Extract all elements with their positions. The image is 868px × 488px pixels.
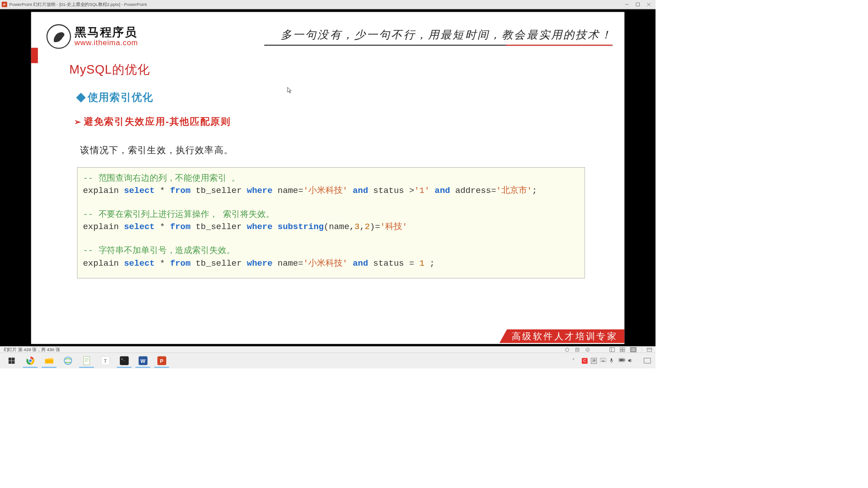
logo-text-cn: 黑马程序员 (75, 26, 138, 38)
view-normal-icon[interactable] (609, 347, 615, 352)
slide-title: MySQL的优化 (69, 61, 150, 78)
status-notes-icon[interactable] (575, 347, 580, 352)
svg-point-28 (601, 359, 601, 359)
svg-rect-12 (623, 347, 625, 349)
folder-icon (44, 357, 54, 365)
red-accent-bar (31, 48, 38, 63)
status-subtitles-icon[interactable] (585, 347, 590, 352)
view-sorter-icon[interactable] (620, 347, 625, 352)
tray-keyboard-icon[interactable] (600, 358, 606, 364)
svg-rect-1 (636, 3, 640, 6)
code-comment-1: -- 范围查询右边的列，不能使用索引 。 (83, 174, 240, 183)
svg-point-8 (586, 348, 590, 352)
status-pen-icon[interactable] (564, 347, 570, 352)
window-title: PowerPoint 幻灯片放映 - [01-史上最全的SQL教程2.pptx]… (9, 1, 624, 8)
presentation-area[interactable]: 黑马程序员 www.itheima.com 多一句没有，少一句不行，用最短时间，… (0, 9, 656, 347)
svg-rect-5 (576, 348, 579, 352)
action-center-icon[interactable] (644, 358, 651, 363)
notepad-icon (82, 356, 90, 366)
svg-rect-13 (620, 350, 622, 352)
svg-rect-36 (624, 359, 625, 361)
svg-rect-32 (602, 361, 605, 361)
tray-ime-icon[interactable]: 拼 (591, 358, 597, 364)
svg-rect-11 (620, 347, 622, 349)
powerpoint-statusbar: 幻灯片 第 429 张，共 430 张 (0, 347, 656, 353)
svg-rect-9 (610, 347, 615, 352)
footer-text: 高级软件人才培训专家 (512, 330, 618, 342)
start-button[interactable] (2, 353, 21, 368)
text-icon: T (101, 356, 110, 365)
mouse-cursor-icon (287, 87, 292, 94)
taskbar-chrome[interactable] (21, 353, 40, 368)
close-button[interactable] (646, 2, 651, 7)
tray-battery-icon[interactable] (618, 358, 624, 364)
taskbar-word[interactable]: W (133, 353, 152, 368)
logo-horse-icon (47, 24, 71, 49)
slogan-underline (264, 45, 613, 46)
windows-taskbar: T >_ W P ˄ C 拼 (0, 352, 656, 368)
svg-rect-23 (84, 357, 90, 365)
code-comment-2: -- 不要在索引列上进行运算操作， 索引将失效。 (83, 210, 274, 220)
code-comment-3: -- 字符串不加单引号，造成索引失效。 (83, 246, 235, 256)
footer-banner: 高级软件人才培训专家 (500, 329, 624, 343)
slide-counter: 幻灯片 第 429 张，共 430 张 (4, 347, 60, 353)
windows-logo-icon (9, 357, 15, 364)
window-titlebar: P PowerPoint 幻灯片放映 - [01-史上最全的SQL教程2.ppt… (0, 0, 656, 9)
maximize-button[interactable] (635, 2, 640, 7)
arrow-bullet-icon: ➢ (74, 117, 81, 127)
svg-rect-27 (600, 358, 606, 362)
code-block: -- 范围查询右边的列，不能使用索引 。 explain select * fr… (77, 167, 585, 278)
paragraph-text: 该情况下，索引生效，执行效率高。 (80, 144, 233, 156)
code-line-8: explain select * from tb_seller where na… (83, 257, 579, 269)
tray-c-icon[interactable]: C (582, 358, 588, 364)
globe-icon (63, 356, 72, 366)
tray-volume-icon[interactable] (628, 358, 634, 364)
logo: 黑马程序员 www.itheima.com (47, 24, 138, 49)
taskbar-notepad[interactable] (77, 353, 96, 368)
view-reading-icon[interactable] (630, 347, 637, 352)
taskbar-terminal[interactable]: >_ (115, 353, 134, 368)
tray-mic-icon[interactable] (609, 358, 615, 364)
powerpoint-taskbar-icon: P (157, 356, 166, 365)
minimize-button[interactable] (624, 2, 629, 7)
code-line-5: explain select * from tb_seller where su… (83, 221, 579, 233)
svg-rect-16 (647, 348, 652, 352)
subtitle-avoid-invalid: 避免索引失效应用-其他匹配原则 (84, 115, 231, 128)
svg-rect-33 (611, 358, 612, 361)
slogan: 多一句没有，少一句不行，用最短时间，教会最实用的技术！ (264, 28, 613, 42)
view-slideshow-icon[interactable] (646, 347, 652, 352)
svg-point-4 (566, 348, 569, 352)
taskbar-explorer[interactable] (40, 353, 59, 368)
slide: 黑马程序员 www.itheima.com 多一句没有，少一句不行，用最短时间，… (31, 12, 625, 344)
terminal-icon: >_ (120, 356, 129, 365)
word-icon: W (138, 356, 147, 365)
svg-point-30 (603, 359, 604, 359)
svg-rect-15 (631, 347, 636, 352)
system-tray: ˄ C 拼 (572, 358, 653, 364)
chrome-icon (25, 356, 35, 366)
diamond-bullet-icon (76, 93, 85, 102)
svg-point-22 (64, 357, 72, 365)
svg-point-29 (602, 359, 603, 359)
taskbar-text[interactable]: T (96, 353, 115, 368)
svg-rect-14 (623, 350, 625, 352)
taskbar-powerpoint[interactable]: P (152, 353, 171, 368)
logo-text-en: www.itheima.com (75, 38, 138, 47)
subtitle-index-optimize: 使用索引优化 (88, 90, 153, 104)
taskbar-browser[interactable] (58, 353, 77, 368)
svg-rect-37 (619, 359, 624, 361)
code-line-2: explain select * from tb_seller where na… (83, 184, 579, 197)
tray-show-hidden-icon[interactable]: ˄ (572, 358, 578, 364)
powerpoint-icon: P (2, 2, 7, 7)
svg-point-31 (604, 359, 604, 359)
